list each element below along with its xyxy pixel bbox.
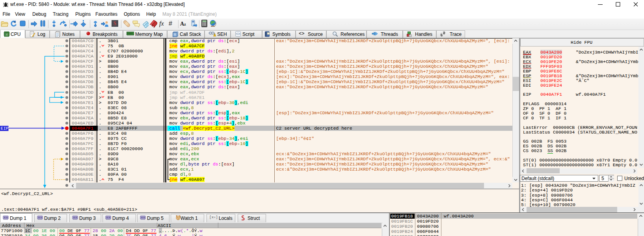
svg-text:!: ! [214,33,215,36]
svg-text:<>: <> [236,32,240,36]
